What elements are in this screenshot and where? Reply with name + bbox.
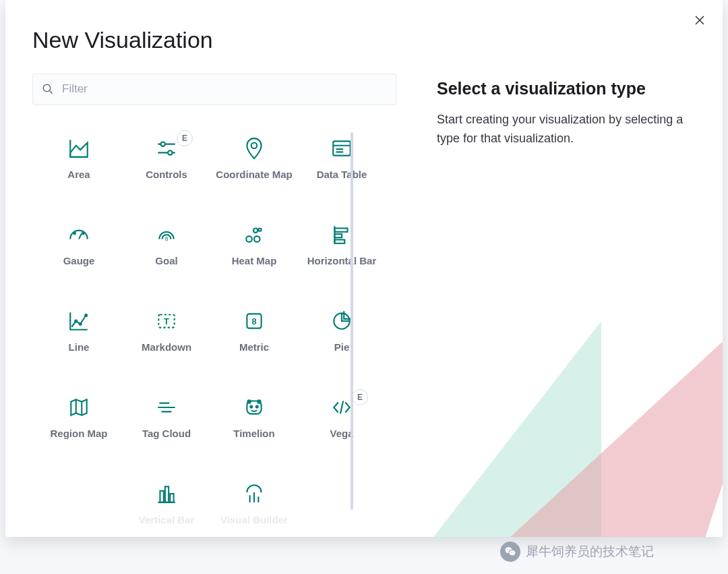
- search-icon: [42, 83, 54, 95]
- new-visualization-modal: New Visualization Area: [5, 0, 723, 537]
- filter-input[interactable]: [32, 74, 396, 105]
- viz-type-pie[interactable]: Pie: [298, 310, 386, 364]
- viz-label: Pie: [334, 341, 350, 354]
- viz-label: Goal: [155, 254, 177, 268]
- viz-label: Vertical Bar: [139, 513, 195, 527]
- controls-sliders-icon: [155, 137, 178, 160]
- viz-label: Gauge: [63, 254, 95, 268]
- viz-label: Region Map: [51, 427, 108, 440]
- viz-label: Timelion: [233, 427, 274, 440]
- close-icon: [694, 15, 705, 28]
- line-chart-icon: [67, 310, 90, 333]
- viz-type-grid: Area E Controls Coordinate Map: [32, 123, 388, 531]
- left-column: Area E Controls Coordinate Map: [32, 74, 396, 531]
- viz-type-grid-scroll[interactable]: Area E Controls Coordinate Map: [32, 123, 396, 531]
- viz-label: Markdown: [142, 341, 191, 354]
- svg-text:T: T: [164, 316, 169, 326]
- wechat-icon: [500, 542, 520, 562]
- experimental-badge: E: [177, 130, 193, 146]
- viz-type-controls[interactable]: E Controls: [123, 137, 210, 191]
- svg-point-10: [253, 228, 257, 232]
- data-table-icon: [330, 137, 353, 160]
- viz-label: Heat Map: [232, 254, 277, 268]
- svg-point-8: [246, 236, 252, 242]
- svg-point-1: [161, 142, 165, 146]
- viz-label: Data Table: [317, 168, 367, 181]
- svg-text:8: 8: [165, 235, 169, 242]
- viz-type-data-table[interactable]: Data Table: [298, 137, 386, 191]
- viz-type-gauge[interactable]: Gauge: [35, 223, 123, 277]
- close-button[interactable]: [692, 13, 708, 30]
- svg-point-9: [254, 236, 260, 242]
- gauge-icon: [67, 223, 90, 246]
- area-chart-icon: [67, 137, 90, 160]
- viz-label: Metric: [239, 341, 269, 354]
- viz-label: Visual Builder: [220, 513, 288, 527]
- viz-label: Horizontal Bar: [307, 254, 377, 268]
- svg-point-25: [256, 405, 258, 407]
- timelion-icon: [243, 396, 266, 419]
- vertical-bar-icon: [155, 482, 178, 505]
- region-map-icon: [67, 396, 90, 419]
- viz-type-coordinate-map[interactable]: Coordinate Map: [210, 137, 298, 191]
- svg-rect-12: [334, 228, 347, 231]
- svg-rect-13: [334, 234, 342, 237]
- viz-type-vega[interactable]: E Vega: [298, 396, 386, 450]
- tag-cloud-icon: [155, 396, 178, 419]
- svg-rect-30: [170, 494, 173, 503]
- goal-icon: 8: [155, 223, 178, 246]
- viz-type-timelion[interactable]: Timelion: [210, 396, 298, 450]
- search-field-wrapper: [32, 74, 396, 105]
- viz-label: Line: [69, 341, 90, 354]
- modal-title: New Visualization: [5, 0, 723, 74]
- map-pin-icon: [243, 137, 266, 160]
- viz-type-heat-map[interactable]: Heat Map: [210, 223, 298, 277]
- viz-label: Coordinate Map: [216, 168, 292, 181]
- svg-rect-29: [165, 486, 169, 502]
- metric-icon: 8: [243, 310, 266, 333]
- markdown-icon: T: [155, 310, 178, 333]
- viz-label: Tag Cloud: [142, 427, 191, 440]
- svg-point-16: [80, 323, 82, 325]
- svg-rect-28: [160, 491, 163, 503]
- svg-point-5: [73, 233, 75, 235]
- svg-text:8: 8: [251, 316, 256, 326]
- help-description: Start creating your visualization by sel…: [437, 111, 696, 148]
- viz-type-metric[interactable]: 8 Metric: [210, 310, 298, 364]
- svg-point-24: [250, 405, 252, 407]
- help-heading: Select a visualization type: [437, 79, 696, 98]
- visual-builder-icon: [243, 482, 266, 505]
- viz-type-tag-cloud[interactable]: Tag Cloud: [123, 396, 210, 450]
- svg-point-15: [75, 320, 77, 322]
- viz-type-visual-builder[interactable]: Visual Builder: [210, 482, 298, 531]
- viz-type-area[interactable]: Area: [35, 137, 123, 191]
- pie-chart-icon: [330, 310, 353, 333]
- horizontal-bar-icon: [330, 223, 353, 246]
- svg-point-3: [251, 143, 257, 149]
- svg-point-11: [258, 228, 261, 231]
- svg-point-2: [168, 150, 172, 154]
- heat-map-icon: [243, 223, 266, 246]
- scrollbar[interactable]: [351, 132, 353, 510]
- viz-label: Area: [67, 168, 90, 181]
- viz-type-markdown[interactable]: T Markdown: [123, 310, 210, 364]
- watermark-text: 犀牛饲养员的技术笔记: [526, 543, 654, 561]
- viz-type-region-map[interactable]: Region Map: [35, 396, 123, 450]
- svg-point-17: [85, 314, 87, 316]
- viz-label: Controls: [146, 168, 187, 181]
- viz-type-goal[interactable]: 8 Goal: [123, 223, 210, 277]
- watermark: 犀牛饲养员的技术笔记: [500, 542, 654, 562]
- code-icon: [330, 396, 353, 419]
- experimental-badge: E: [352, 389, 368, 405]
- svg-point-0: [43, 84, 51, 92]
- viz-type-line[interactable]: Line: [35, 310, 123, 364]
- svg-point-6: [82, 233, 84, 235]
- viz-type-vertical-bar[interactable]: Vertical Bar: [123, 482, 210, 531]
- viz-type-horizontal-bar[interactable]: Horizontal Bar: [298, 223, 386, 277]
- svg-rect-14: [334, 239, 344, 243]
